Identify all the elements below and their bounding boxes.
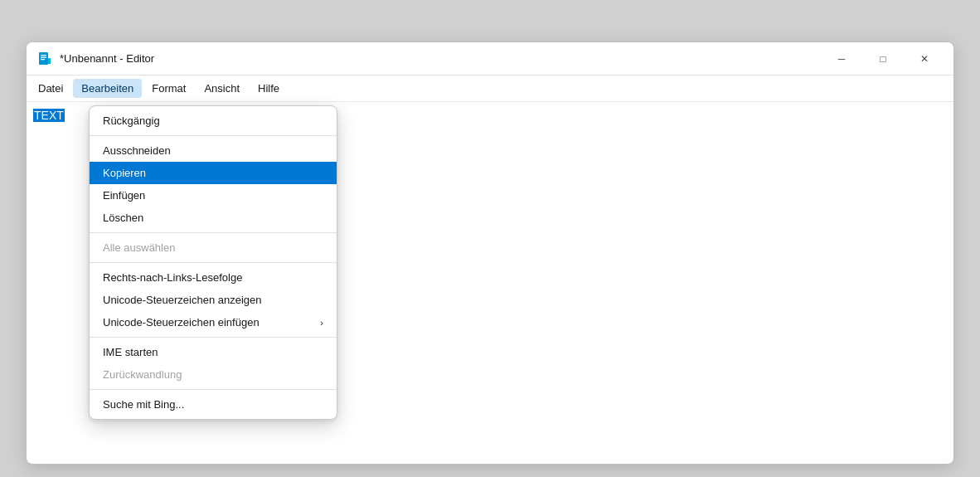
svg-rect-1 xyxy=(41,55,46,56)
separator-2 xyxy=(90,232,337,233)
close-button[interactable]: ✕ xyxy=(905,46,944,72)
ctx-alle-auswaehlen: Alle auswählen xyxy=(90,236,337,259)
selected-text: TEXT xyxy=(33,109,65,122)
ctx-rechts-nach-links[interactable]: Rechts-nach-Links-Lesefolge xyxy=(90,266,337,289)
editor-window: *Unbenannt - Editor ─ □ ✕ Datei Bearbeit… xyxy=(26,41,954,465)
svg-rect-4 xyxy=(48,58,51,64)
separator-4 xyxy=(90,337,337,338)
context-menu: Rückgängig Ausschneiden Kopieren Einfüge… xyxy=(89,105,337,420)
minimize-button[interactable]: ─ xyxy=(822,46,861,72)
separator-1 xyxy=(90,135,337,136)
window-controls: ─ □ ✕ xyxy=(822,46,944,72)
menu-ansicht[interactable]: Ansicht xyxy=(196,79,248,98)
menu-bearbeiten[interactable]: Bearbeiten xyxy=(73,79,142,98)
submenu-arrow-icon: › xyxy=(320,318,323,328)
ctx-rueckgaengig[interactable]: Rückgängig xyxy=(90,110,337,132)
menu-hilfe[interactable]: Hilfe xyxy=(250,79,288,98)
ctx-ausschneiden[interactable]: Ausschneiden xyxy=(90,139,337,162)
ctx-einfuegen[interactable]: Einfügen xyxy=(90,184,337,207)
title-bar: *Unbenannt - Editor ─ □ ✕ xyxy=(27,42,953,75)
ctx-kopieren[interactable]: Kopieren xyxy=(90,162,337,184)
ctx-ime-starten[interactable]: IME starten xyxy=(90,341,337,363)
svg-rect-2 xyxy=(41,56,46,57)
window-title: *Unbenannt - Editor xyxy=(60,52,816,65)
ctx-unicode-einfuegen[interactable]: Unicode-Steuerzeichen einfügen › xyxy=(90,311,337,333)
ctx-unicode-anzeigen[interactable]: Unicode-Steuerzeichen anzeigen xyxy=(90,289,337,311)
ctx-zurueckwandlung: Zurückwandlung xyxy=(90,363,337,386)
ctx-loeschen[interactable]: Löschen xyxy=(90,207,337,229)
separator-3 xyxy=(90,262,337,263)
svg-rect-3 xyxy=(41,59,45,60)
menu-format[interactable]: Format xyxy=(143,79,194,98)
ctx-suche-bing[interactable]: Suche mit Bing... xyxy=(90,393,337,416)
svg-rect-0 xyxy=(39,52,48,65)
app-icon xyxy=(36,51,53,67)
separator-5 xyxy=(90,389,337,390)
maximize-button[interactable]: □ xyxy=(864,46,902,72)
menu-datei[interactable]: Datei xyxy=(30,79,71,98)
menu-bar: Datei Bearbeiten Format Ansicht Hilfe xyxy=(27,75,953,102)
